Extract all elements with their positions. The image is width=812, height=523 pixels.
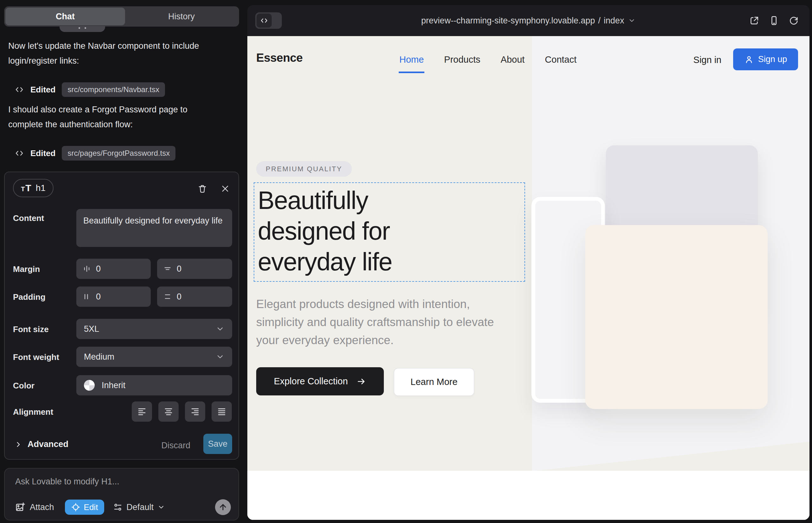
nav-link-home[interactable]: Home [399, 54, 424, 65]
chevron-down-icon [216, 353, 225, 361]
explore-collection-button[interactable]: Explore Collection [256, 367, 384, 395]
chat-composer: Ask Lovable to modify H1... Attach Edit [4, 468, 239, 521]
discard-button[interactable]: Discard [161, 441, 190, 451]
url-page: index [604, 16, 624, 26]
assistant-message: Now let's update the Navbar component to… [8, 39, 213, 68]
send-button[interactable] [215, 499, 231, 515]
url-host: preview--charming-site-symphony.lovable.… [421, 16, 595, 26]
chat-input[interactable]: Ask Lovable to modify H1... [15, 477, 119, 487]
mobile-preview-button[interactable] [769, 16, 779, 26]
code-view-toggle[interactable] [255, 12, 282, 29]
element-editor-panel: TT h1 Content Beautifully designed for e… [4, 172, 239, 460]
attach-button[interactable]: Attach [15, 502, 54, 512]
open-external-button[interactable] [749, 16, 759, 26]
color-label: Color [13, 381, 35, 391]
model-selector[interactable]: Default [113, 502, 165, 512]
nav-links: Home Products About Contact [399, 54, 577, 65]
sign-in-link[interactable]: Sign in [693, 55, 721, 65]
padding-y-input[interactable]: 0 [157, 287, 232, 307]
hero-badge: PREMIUM QUALITY [256, 161, 352, 177]
chevron-down-icon [157, 503, 165, 511]
nav-link-contact[interactable]: Contact [545, 54, 577, 65]
edit-mode-button[interactable]: Edit [65, 500, 105, 515]
preview-frame: preview--charming-site-symphony.lovable.… [247, 5, 810, 520]
font-size-label: Font size [13, 325, 49, 334]
edited-file-row: Edited src/components/Navbar.tsx [15, 82, 165, 97]
font-size-select[interactable]: 5XL [76, 319, 232, 339]
delete-element-button[interactable] [197, 183, 208, 194]
padding-horizontal-icon [83, 292, 91, 301]
align-right-button[interactable] [185, 401, 205, 422]
margin-horizontal-icon [83, 265, 91, 273]
site-navbar: Essence Home Products About Contact Sign… [247, 36, 810, 84]
code-icon [257, 14, 272, 28]
sliders-icon [113, 502, 123, 512]
sidebar-tab-bar: Chat History [4, 6, 239, 26]
hero-heading[interactable]: Beautifully designed for everyday life [258, 185, 392, 277]
type-icon: TT [21, 183, 31, 194]
file-chip[interactable]: src/pages/ForgotPassword.tsx [62, 146, 175, 161]
chevron-down-icon [216, 325, 225, 333]
sign-up-button[interactable]: Sign up [733, 49, 798, 70]
edited-label: Edited [30, 148, 55, 158]
refresh-button[interactable] [789, 16, 799, 26]
alignment-buttons [132, 401, 232, 422]
content-textarea[interactable]: Beautifully designed for everyday life [76, 209, 232, 247]
padding-x-input[interactable]: 0 [76, 287, 151, 307]
element-tag: h1 [36, 183, 46, 193]
nav-link-about[interactable]: About [501, 54, 525, 65]
tab-history[interactable]: History [125, 7, 238, 25]
brand-logo[interactable]: Essence [256, 51, 303, 65]
chevron-right-icon [14, 440, 22, 449]
browser-actions [749, 5, 799, 36]
close-editor-button[interactable] [219, 183, 231, 194]
assistant-message: I should also create a Forgot Password p… [8, 102, 213, 132]
code-icon [15, 85, 24, 94]
chevron-down-icon [628, 17, 636, 24]
target-icon [71, 503, 80, 511]
user-icon [744, 55, 754, 64]
edited-label: Edited [30, 85, 55, 95]
margin-y-input[interactable]: 0 [157, 259, 232, 279]
align-left-button[interactable] [132, 401, 152, 422]
learn-more-button[interactable]: Learn More [394, 368, 474, 396]
content-label: Content [13, 213, 44, 223]
file-chip[interactable]: src/components/Navbar.tsx [62, 82, 165, 97]
selected-element-badge: TT h1 [13, 179, 54, 197]
advanced-toggle[interactable]: Advanced [14, 439, 68, 449]
color-select[interactable]: Inherit [76, 375, 232, 395]
preview-browser-bar: preview--charming-site-symphony.lovable.… [247, 5, 810, 36]
padding-label: Padding [13, 292, 46, 302]
margin-vertical-icon [163, 265, 172, 273]
align-center-button[interactable] [158, 401, 179, 422]
save-button[interactable]: Save [203, 434, 232, 454]
decorative-card-cream [585, 225, 768, 409]
app-window: Chat History Now let's update the Navbar… [0, 0, 812, 523]
align-justify-button[interactable] [212, 401, 232, 422]
url-separator: / [598, 16, 601, 26]
alignment-label: Alignment [13, 407, 53, 417]
chat-sidebar: Chat History Now let's update the Navbar… [0, 0, 247, 523]
font-weight-label: Font weight [13, 353, 59, 362]
arrow-right-icon [357, 377, 366, 386]
image-plus-icon [15, 502, 25, 512]
url-bar[interactable]: preview--charming-site-symphony.lovable.… [247, 5, 810, 36]
composer-toolbar: Attach Edit Default [15, 499, 231, 515]
scrolled-chip[interactable] [59, 26, 105, 32]
code-icon [15, 148, 24, 158]
font-weight-select[interactable]: Medium [76, 347, 232, 367]
edited-file-row: Edited src/pages/ForgotPassword.tsx [15, 146, 175, 161]
color-swatch [84, 380, 95, 391]
margin-label: Margin [13, 264, 40, 274]
site-preview: Essence Home Products About Contact Sign… [247, 36, 810, 520]
padding-vertical-icon [163, 292, 172, 301]
tab-chat[interactable]: Chat [5, 7, 125, 25]
nav-link-products[interactable]: Products [444, 54, 480, 65]
hero-paragraph: Elegant products designed with intention… [256, 295, 516, 349]
next-section-background [247, 471, 810, 520]
margin-x-input[interactable]: 0 [76, 259, 151, 279]
